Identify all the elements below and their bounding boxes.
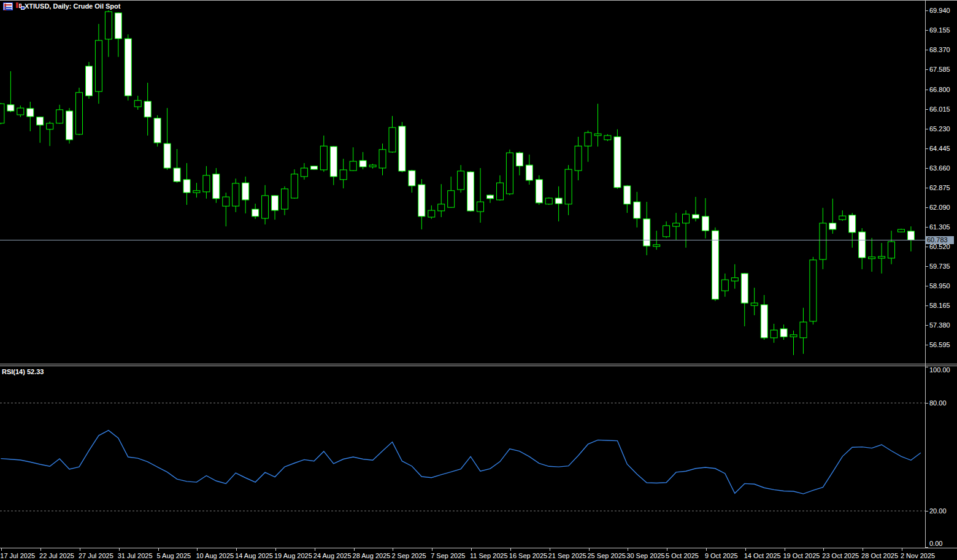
chart-bars-icon[interactable] xyxy=(15,2,25,10)
time-axis-label: 10 Aug 2025 xyxy=(196,552,234,559)
time-axis-label: 14 Aug 2025 xyxy=(235,552,273,559)
price-axis-label: 64.445 xyxy=(929,145,950,152)
time-tick xyxy=(863,548,863,551)
rsi-line xyxy=(1,431,921,494)
time-axis-label: 11 Sep 2025 xyxy=(470,552,508,559)
current-price-line xyxy=(0,240,925,240)
time-axis-label: 7 Sep 2025 xyxy=(431,552,465,559)
time-tick xyxy=(550,548,550,551)
time-tick xyxy=(354,548,355,551)
price-tick xyxy=(925,129,928,129)
time-tick xyxy=(1,548,2,551)
time-tick xyxy=(667,548,667,551)
price-tick xyxy=(925,305,928,306)
time-tick xyxy=(158,548,159,551)
price-axis-label: 61.305 xyxy=(929,223,950,231)
price-axis-label: 58.165 xyxy=(929,302,950,309)
time-tick xyxy=(745,548,746,551)
time-axis-label: 19 Aug 2025 xyxy=(274,552,312,559)
time-tick xyxy=(706,548,707,551)
time-axis-label: 21 Sep 2025 xyxy=(548,552,586,559)
time-axis-label: 27 Jul 2025 xyxy=(79,552,113,559)
time-axis-label: 17 Jul 2025 xyxy=(0,552,35,559)
price-tick xyxy=(925,188,928,188)
price-axis-label: 63.660 xyxy=(929,164,950,172)
current-price-marker: 60.783 xyxy=(925,236,954,244)
price-tick xyxy=(925,247,928,247)
time-tick xyxy=(275,548,276,551)
price-tick xyxy=(925,207,928,208)
time-axis-label: 9 Oct 2025 xyxy=(705,552,738,559)
time-axis-label: 5 Aug 2025 xyxy=(157,552,191,559)
time-tick xyxy=(80,548,80,551)
indicator-label: RSI(14) 52.33 xyxy=(2,368,44,375)
time-tick xyxy=(823,548,824,551)
time-axis-label: 5 Oct 2025 xyxy=(666,552,699,559)
price-axis-label: 66.015 xyxy=(929,105,950,113)
price-tick xyxy=(925,109,928,110)
price-tick xyxy=(925,168,928,169)
rsi-tick xyxy=(925,367,928,367)
time-tick xyxy=(197,548,198,551)
price-axis-label: 65.230 xyxy=(929,125,950,132)
price-tick xyxy=(925,10,928,11)
price-axis-label: 56.595 xyxy=(929,341,950,348)
time-tick xyxy=(902,548,902,551)
price-axis-label: 62.090 xyxy=(929,204,950,211)
time-axis-label: 23 Oct 2025 xyxy=(822,552,859,559)
price-axis-label: 68.370 xyxy=(929,46,950,53)
price-tick xyxy=(925,345,928,345)
price-axis-label: 59.735 xyxy=(929,263,950,270)
time-axis-label: 28 Oct 2025 xyxy=(861,552,898,559)
rsi-axis-label: 80.00 xyxy=(929,399,947,407)
time-axis-label: 2 Nov 2025 xyxy=(901,552,935,559)
time-tick xyxy=(471,548,472,551)
time-tick xyxy=(315,548,315,551)
time-tick xyxy=(589,548,590,551)
time-tick xyxy=(40,548,41,551)
time-axis-label: 25 Sep 2025 xyxy=(588,552,626,559)
rsi-axis-label: 0.00 xyxy=(929,540,942,547)
price-tick xyxy=(925,325,928,326)
time-tick xyxy=(119,548,120,551)
price-axis-border xyxy=(925,1,926,548)
time-tick xyxy=(628,548,628,551)
time-tick xyxy=(432,548,432,551)
time-tick xyxy=(785,548,785,551)
price-axis-label: 69.940 xyxy=(929,7,950,14)
rsi-axis-label: 20.00 xyxy=(929,507,947,515)
rsi-tick xyxy=(925,403,928,404)
time-axis-label: 22 Jul 2025 xyxy=(39,552,74,559)
price-tick xyxy=(925,69,928,70)
time-axis-label: 30 Sep 2025 xyxy=(626,552,664,559)
price-tick xyxy=(925,30,928,31)
chart-window: XTIUSD, Daily: Crude Oil Spot 60.783 69.… xyxy=(0,0,957,560)
chart-titlebar: XTIUSD, Daily: Crude Oil Spot xyxy=(0,1,925,13)
price-axis-label: 67.585 xyxy=(929,66,950,73)
time-axis-label: 14 Oct 2025 xyxy=(744,552,781,559)
time-tick xyxy=(510,548,511,551)
time-axis-label: 19 Oct 2025 xyxy=(783,552,820,559)
time-tick xyxy=(236,548,237,551)
rsi-axis-label: 100.00 xyxy=(929,366,950,374)
price-axis-label: 57.380 xyxy=(929,321,950,329)
price-axis-label: 58.950 xyxy=(929,282,950,290)
rsi-chart-canvas[interactable] xyxy=(0,1,925,560)
chart-table-icon[interactable] xyxy=(3,2,13,10)
time-axis-label: 31 Jul 2025 xyxy=(118,552,153,559)
time-axis-label: 2 Sep 2025 xyxy=(391,552,426,559)
price-tick xyxy=(925,148,928,149)
price-tick xyxy=(925,90,928,90)
time-axis-label: 28 Aug 2025 xyxy=(353,552,391,559)
price-tick xyxy=(925,50,928,50)
price-axis-label: 66.800 xyxy=(929,86,950,93)
price-tick xyxy=(925,286,928,286)
time-axis-label: 24 Aug 2025 xyxy=(313,552,352,559)
time-axis[interactable]: 17 Jul 202522 Jul 202527 Jul 202531 Jul … xyxy=(0,548,957,560)
price-tick xyxy=(925,266,928,267)
chart-title: XTIUSD, Daily: Crude Oil Spot xyxy=(25,2,120,10)
time-axis-label: 16 Sep 2025 xyxy=(509,552,547,559)
price-axis-label: 62.875 xyxy=(929,184,950,191)
price-axis-label: 69.155 xyxy=(929,26,950,34)
rsi-tick xyxy=(925,511,928,512)
